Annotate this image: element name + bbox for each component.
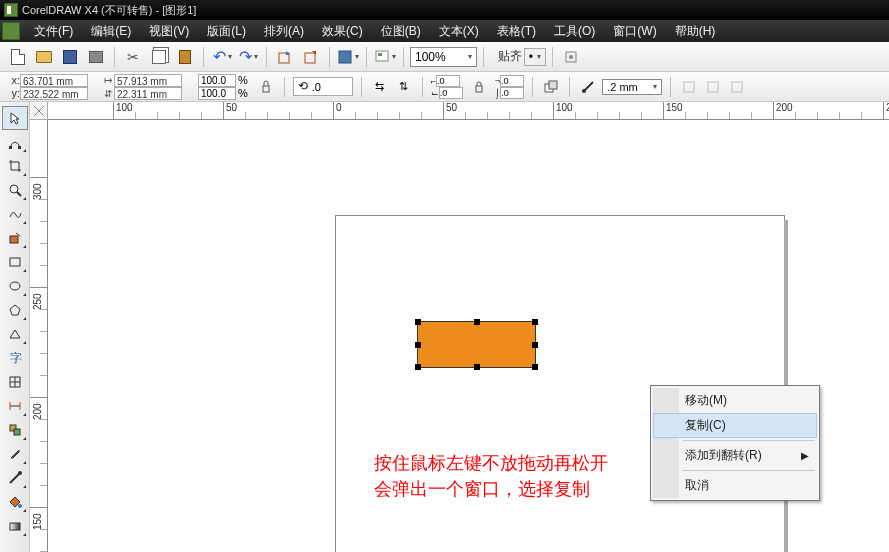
interactive-fill-tool[interactable] — [2, 514, 28, 538]
dimension-tool[interactable] — [2, 394, 28, 418]
outline-pen-icon — [578, 77, 598, 97]
text-tool[interactable]: 字 — [2, 346, 28, 370]
table-tool[interactable] — [2, 370, 28, 394]
new-button[interactable] — [6, 45, 30, 69]
corner-box-2: ¬.0 ⌡.0 — [495, 75, 524, 99]
separator — [284, 77, 285, 97]
svg-rect-15 — [9, 146, 12, 149]
ruler-horizontal[interactable]: 10050050100150200250 — [48, 102, 889, 120]
separator — [266, 47, 267, 67]
context-menu: 移动(M) 复制(C) 添加到翻转(R)▶ 取消 — [650, 385, 820, 501]
app-launcher-button[interactable]: ▾ — [336, 45, 360, 69]
corner-tl-input[interactable]: .0 — [436, 75, 460, 87]
mirror-v-button[interactable]: ⇅ — [394, 77, 414, 97]
import-button[interactable] — [273, 45, 297, 69]
outline-width-combo[interactable]: .2 mm ▾ — [602, 79, 662, 95]
cut-button[interactable]: ✂ — [121, 45, 145, 69]
to-front-button[interactable] — [541, 77, 561, 97]
fill-tool[interactable] — [2, 490, 28, 514]
polygon-tool[interactable] — [2, 298, 28, 322]
snap-label: 贴齐 — [498, 48, 522, 65]
crop-tool[interactable] — [2, 154, 28, 178]
export-button[interactable] — [299, 45, 323, 69]
width-input[interactable]: 57.913 mm — [114, 74, 182, 87]
shape-tool[interactable] — [2, 130, 28, 154]
menu-tools[interactable]: 工具(O) — [546, 21, 603, 42]
ellipse-tool[interactable] — [2, 274, 28, 298]
corner-tr-input[interactable]: .0 — [500, 75, 524, 87]
ruler-origin[interactable] — [30, 102, 48, 120]
mirror-h-button[interactable]: ⇆ — [370, 77, 390, 97]
corner-bl-input[interactable]: .0 — [439, 87, 463, 99]
menu-window[interactable]: 窗口(W) — [605, 21, 664, 42]
wrap-button[interactable] — [679, 77, 699, 97]
options-button[interactable] — [559, 45, 583, 69]
menu-arrange[interactable]: 排列(A) — [256, 21, 312, 42]
menu-table[interactable]: 表格(T) — [489, 21, 544, 42]
resize-handle[interactable] — [532, 342, 538, 348]
welcome-button[interactable]: ▾ — [373, 45, 397, 69]
context-cancel[interactable]: 取消 — [653, 473, 817, 498]
snap-button[interactable]: • ▾ — [524, 48, 546, 66]
menu-edit[interactable]: 编辑(E) — [83, 21, 139, 42]
scale-x-input[interactable]: 100.0 — [198, 74, 236, 87]
annotation-text: 按住鼠标左键不放拖动再松开 会弹出一个窗口，选择复制 — [374, 450, 608, 502]
eyedropper-tool[interactable] — [2, 442, 28, 466]
ruler-vertical[interactable]: 300250200150 — [30, 120, 48, 552]
context-copy[interactable]: 复制(C) — [653, 413, 817, 438]
corner-br-input[interactable]: .0 — [500, 87, 524, 99]
resize-handle[interactable] — [415, 342, 421, 348]
svg-rect-13 — [708, 82, 718, 92]
resize-handle[interactable] — [474, 364, 480, 370]
x-input[interactable]: 63.701 mm — [20, 74, 88, 87]
height-input[interactable]: 22.311 mm — [114, 87, 182, 100]
scale-y-input[interactable]: 100.0 — [198, 87, 236, 100]
menu-help[interactable]: 帮助(H) — [667, 21, 724, 42]
context-add-reverse[interactable]: 添加到翻转(R)▶ — [653, 443, 817, 468]
menu-bitmap[interactable]: 位图(B) — [373, 21, 429, 42]
corner-lock-button[interactable] — [469, 77, 489, 97]
canvas[interactable]: 10050050100150200250 300250200150 按住鼠标左键… — [30, 102, 889, 552]
zoom-tool[interactable] — [2, 178, 28, 202]
drawing-area[interactable]: 按住鼠标左键不放拖动再松开 会弹出一个窗口，选择复制 移动(M) 复制(C) 添… — [48, 120, 889, 552]
paste-button[interactable] — [173, 45, 197, 69]
freehand-tool[interactable] — [2, 202, 28, 226]
outline-tool[interactable] — [2, 466, 28, 490]
context-move[interactable]: 移动(M) — [653, 388, 817, 413]
copy-button[interactable] — [147, 45, 171, 69]
menu-view[interactable]: 视图(V) — [141, 21, 197, 42]
interactive-tool[interactable] — [2, 418, 28, 442]
y-input[interactable]: 232.522 mm — [20, 87, 88, 100]
resize-handle[interactable] — [532, 319, 538, 325]
resize-handle[interactable] — [415, 319, 421, 325]
print-button[interactable] — [84, 45, 108, 69]
svg-point-21 — [10, 282, 20, 290]
position-box: x:63.701 mm y:232.522 mm — [6, 74, 88, 100]
convert-button-2[interactable] — [727, 77, 747, 97]
rotation-input[interactable]: ⟲ .0 — [293, 77, 353, 96]
basic-shapes-tool[interactable] — [2, 322, 28, 346]
menu-effects[interactable]: 效果(C) — [314, 21, 371, 42]
resize-handle[interactable] — [532, 364, 538, 370]
app-menu-icon[interactable] — [2, 22, 20, 40]
menu-text[interactable]: 文本(X) — [431, 21, 487, 42]
convert-button[interactable] — [703, 77, 723, 97]
svg-rect-7 — [263, 86, 269, 92]
smart-fill-tool[interactable] — [2, 226, 28, 250]
zoom-combo[interactable]: 100% ▾ — [410, 47, 477, 67]
rectangle-tool[interactable] — [2, 250, 28, 274]
save-button[interactable] — [58, 45, 82, 69]
corner-icon: ⌙ — [431, 88, 439, 98]
pick-tool[interactable] — [2, 106, 28, 130]
lock-ratio-button[interactable] — [256, 77, 276, 97]
svg-rect-10 — [549, 81, 557, 89]
undo-button[interactable]: ↶▾ — [210, 45, 234, 69]
redo-button[interactable]: ↷▾ — [236, 45, 260, 69]
menu-file[interactable]: 文件(F) — [26, 21, 81, 42]
open-button[interactable] — [32, 45, 56, 69]
resize-handle[interactable] — [474, 319, 480, 325]
percent-label: % — [238, 74, 248, 86]
menu-layout[interactable]: 版面(L) — [199, 21, 254, 42]
selected-rectangle[interactable] — [417, 321, 536, 368]
resize-handle[interactable] — [415, 364, 421, 370]
